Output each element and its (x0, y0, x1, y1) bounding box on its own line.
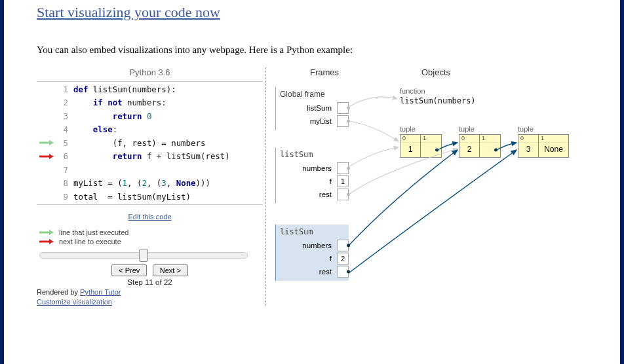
code-line: 7 (37, 163, 263, 177)
code-line: 4 else: (37, 123, 263, 137)
python-tutor-link[interactable]: Python Tutor (80, 288, 121, 296)
customize-link[interactable]: Customize visualization (37, 298, 112, 306)
tuple-label: tuple (400, 125, 416, 133)
frames-header: Frames (275, 67, 374, 77)
intro-text: You can also embed visualizations into a… (37, 45, 587, 56)
value-box: 1 (337, 175, 349, 187)
code-line: 5 (f, rest) = numbers (37, 136, 263, 150)
objects-header: Objects (374, 67, 472, 77)
frame-call-2-active: listSum numbers f2 rest (275, 225, 349, 281)
pointer-dot (337, 266, 349, 278)
code-line: 8myList = (1, (2, (3, None))) (37, 177, 263, 191)
tuple-2: 02 1 (459, 134, 501, 158)
code-panel: Python 3.6 1def listSum(numbers):2 if no… (37, 67, 263, 306)
svg-marker-5 (49, 230, 54, 235)
language-label: Python 3.6 (37, 67, 263, 77)
svg-marker-1 (49, 140, 54, 145)
code-block: 1def listSum(numbers):2 if not numbers:3… (37, 81, 263, 205)
legend-just-executed: line that just executed (39, 228, 263, 236)
code-line: 2 if not numbers: (37, 96, 263, 110)
pointer-dot (337, 115, 349, 127)
rendered-by-prefix: Rendered by (37, 288, 80, 296)
prev-button[interactable]: < Prev (111, 264, 147, 276)
visualizer: Python 3.6 1def listSum(numbers):2 if no… (37, 67, 587, 306)
frame-call-1: listSum numbers f1 rest (275, 147, 349, 204)
code-line: 1def listSum(numbers): (37, 82, 263, 96)
tuple-1: 01 1 (400, 134, 442, 158)
function-label: function (400, 87, 425, 95)
next-button[interactable]: Next > (153, 264, 188, 276)
pointer-dot (337, 189, 349, 200)
svg-marker-7 (49, 239, 54, 244)
code-line: 6 return f + listSum(rest) (37, 150, 263, 164)
arrow-next-icon (39, 238, 54, 245)
svg-marker-3 (49, 154, 54, 159)
frames-objects-panel: Frames Objects Global frame listSum myLi… (275, 67, 587, 306)
pointer-dot (337, 240, 349, 251)
code-line: 9total = listSum(myList) (37, 190, 263, 204)
start-visualizing-link[interactable]: Start visualizing your code now (37, 4, 220, 21)
step-slider[interactable] (37, 252, 263, 259)
arrow-just-executed-icon (39, 229, 54, 236)
pointer-dot (337, 162, 349, 174)
pointer-dot (337, 102, 349, 114)
tuple-3: 03 1None (518, 134, 569, 158)
legend-next-line: next line to execute (39, 238, 263, 246)
edit-code-link[interactable]: Edit this code (128, 213, 171, 221)
function-signature: listSum(numbers) (400, 96, 476, 105)
frame-global: Global frame listSum myList (275, 87, 349, 130)
tuple-label: tuple (459, 125, 475, 133)
tuple-label: tuple (518, 125, 534, 133)
code-line: 3 return 0 (37, 109, 263, 123)
step-counter: Step 11 of 22 (37, 278, 263, 286)
value-box: 2 (337, 253, 349, 264)
